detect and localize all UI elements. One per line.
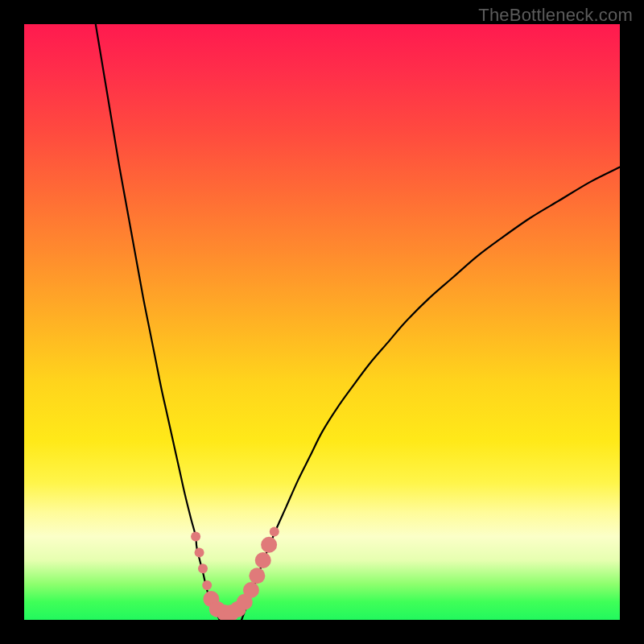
- curve-left-branch: [96, 24, 220, 620]
- chart-svg: [24, 24, 620, 620]
- chart-frame: TheBottleneck.com: [0, 0, 644, 644]
- marker-dot: [261, 537, 277, 553]
- marker-dot: [255, 552, 271, 568]
- marker-dot: [198, 564, 208, 573]
- marker-dot: [243, 582, 259, 598]
- curve-right-branch: [242, 167, 620, 620]
- marker-dot: [195, 547, 204, 557]
- marker-dot: [270, 526, 279, 536]
- marker-dot: [249, 568, 265, 584]
- marker-group: [191, 526, 279, 620]
- marker-dot: [202, 580, 212, 590]
- marker-dot: [191, 531, 200, 541]
- watermark-text: TheBottleneck.com: [478, 5, 633, 26]
- plot-area: [24, 24, 620, 620]
